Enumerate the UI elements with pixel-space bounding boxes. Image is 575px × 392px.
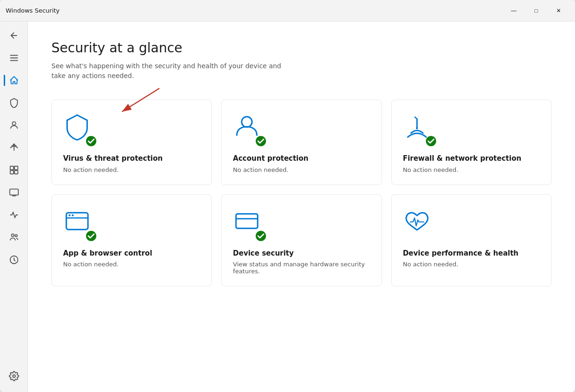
firewall-checkmark [425, 135, 437, 147]
page-subtitle: See what's happening with the security a… [51, 61, 285, 81]
svg-point-8 [15, 235, 17, 237]
svg-point-23 [72, 214, 73, 216]
app-body: Security at a glance See what's happenin… [0, 21, 575, 392]
device-health-card-status: No action needed. [403, 261, 540, 268]
svg-point-10 [13, 375, 15, 378]
health-icon [9, 210, 19, 220]
device-security-card-icon [233, 208, 266, 242]
svg-rect-25 [236, 214, 258, 228]
sidebar [0, 21, 28, 392]
page-title: Security at a glance [51, 40, 552, 56]
virus-card-status: No action needed. [63, 166, 200, 173]
virus-checkmark [86, 135, 97, 147]
device-health-card-title: Device performance & health [403, 249, 540, 258]
app-icon [9, 165, 19, 175]
device-security-card-status: View status and manage hardware security… [233, 261, 370, 275]
shield-icon [9, 98, 19, 108]
account-icon [9, 120, 19, 130]
window-controls: — □ ✕ [503, 2, 569, 19]
svg-point-7 [11, 234, 14, 237]
history-icon [9, 255, 19, 265]
checkmark-icon [255, 135, 266, 147]
app-browser-checkmark [86, 230, 97, 242]
account-card-icon [233, 113, 266, 147]
app-browser-card-title: App & browser control [63, 249, 200, 258]
menu-icon [9, 53, 19, 63]
card-account[interactable]: Account protection No action needed. [221, 100, 381, 185]
device-health-card-icon [403, 208, 437, 242]
close-button[interactable]: ✕ [548, 2, 569, 19]
device-security-checkmark [255, 230, 266, 242]
sidebar-virus[interactable] [4, 93, 24, 113]
sidebar-settings[interactable] [4, 366, 24, 386]
title-bar: Windows Security — □ ✕ [0, 0, 575, 21]
checkmark-icon [425, 135, 437, 147]
app-browser-card-status: No action needed. [63, 261, 200, 268]
virus-card-icon [63, 113, 97, 147]
settings-icon [9, 371, 19, 381]
cards-grid: Virus & threat protection No action need… [51, 100, 552, 286]
svg-point-14 [242, 117, 252, 127]
app-browser-card-icon [63, 208, 97, 242]
sidebar-menu[interactable] [4, 48, 24, 68]
svg-rect-3 [14, 166, 17, 170]
card-virus[interactable]: Virus & threat protection No action need… [51, 100, 212, 185]
home-icon [9, 75, 19, 86]
checkmark-icon [86, 230, 97, 242]
svg-point-0 [12, 122, 15, 125]
sidebar-app[interactable] [4, 160, 24, 180]
svg-line-18 [415, 117, 417, 119]
svg-rect-2 [10, 166, 13, 170]
svg-rect-6 [9, 189, 18, 195]
svg-point-24 [86, 231, 96, 241]
checkmark-icon [255, 230, 266, 242]
sidebar-firewall[interactable] [4, 137, 24, 158]
device-health-svg [403, 208, 431, 236]
sidebar-family[interactable] [4, 227, 24, 248]
card-app-browser[interactable]: App & browser control No action needed. [51, 194, 212, 287]
device-icon [9, 187, 19, 198]
maximize-button[interactable]: □ [525, 2, 547, 19]
card-device-security[interactable]: Device security View status and manage h… [221, 194, 381, 287]
card-firewall[interactable]: Firewall & network protection No action … [391, 100, 552, 185]
back-icon [9, 30, 19, 41]
card-device-health[interactable]: Device performance & health No action ne… [391, 194, 552, 287]
firewall-card-icon [403, 113, 437, 147]
svg-point-15 [256, 136, 266, 146]
firewall-card-status: No action needed. [403, 166, 540, 173]
network-icon [9, 143, 19, 153]
svg-point-13 [86, 136, 96, 146]
red-arrow-annotation [99, 84, 192, 121]
svg-line-12 [122, 88, 159, 112]
account-card-status: No action needed. [233, 166, 370, 173]
svg-point-22 [69, 214, 71, 216]
checkmark-icon [86, 135, 97, 147]
virus-card-title: Virus & threat protection [63, 154, 200, 164]
svg-rect-5 [14, 171, 17, 174]
svg-point-27 [256, 231, 266, 241]
sidebar-account[interactable] [4, 115, 24, 135]
app-window: Windows Security — □ ✕ [0, 0, 575, 392]
sidebar-health[interactable] [4, 205, 24, 225]
svg-point-19 [426, 136, 436, 146]
window-title: Windows Security [6, 7, 60, 14]
svg-rect-4 [10, 171, 13, 174]
account-checkmark [255, 135, 266, 147]
firewall-card-title: Firewall & network protection [403, 154, 540, 164]
minimize-button[interactable]: — [503, 2, 525, 19]
main-content: Security at a glance See what's happenin… [28, 21, 575, 392]
family-icon [9, 232, 19, 242]
sidebar-home[interactable] [4, 70, 24, 91]
sidebar-history[interactable] [4, 249, 24, 270]
sidebar-back[interactable] [4, 25, 24, 46]
sidebar-device[interactable] [4, 182, 24, 203]
device-security-card-title: Device security [233, 249, 370, 258]
account-card-title: Account protection [233, 154, 370, 164]
